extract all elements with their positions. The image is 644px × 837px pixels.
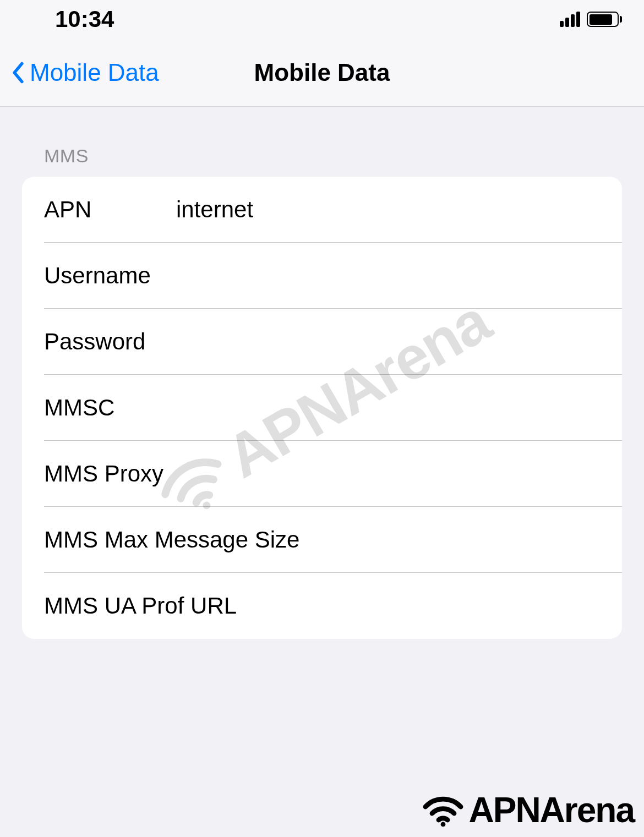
row-mms-max-message-size[interactable]: MMS Max Message Size: [22, 507, 622, 573]
label-password: Password: [44, 329, 176, 355]
wifi-icon: [421, 791, 465, 829]
navigation-bar: Mobile Data Mobile Data: [0, 39, 644, 107]
input-username[interactable]: [176, 262, 600, 289]
input-password[interactable]: [176, 329, 600, 355]
status-indicators: [560, 12, 622, 27]
label-mms-ua-prof-url: MMS UA Prof URL: [44, 593, 600, 619]
brand-text: APNArena: [468, 790, 634, 830]
chevron-left-icon: [11, 61, 25, 85]
label-apn: APN: [44, 196, 176, 223]
brand-footer: APNArena: [421, 790, 634, 830]
input-apn[interactable]: [176, 196, 600, 223]
row-username[interactable]: Username: [22, 243, 622, 309]
label-mms-proxy: MMS Proxy: [44, 461, 600, 487]
cellular-signal-icon: [560, 12, 580, 27]
input-mmsc[interactable]: [176, 395, 600, 421]
label-username: Username: [44, 262, 176, 289]
battery-icon: [587, 12, 622, 27]
label-mms-max-message-size: MMS Max Message Size: [44, 527, 600, 553]
row-mms-proxy[interactable]: MMS Proxy: [22, 441, 622, 507]
status-bar: 10:34: [0, 0, 644, 39]
page-title: Mobile Data: [254, 59, 390, 86]
settings-group-mms: APN Username Password MMSC MMS Proxy MMS…: [22, 177, 622, 639]
content-area: MMS APN Username Password MMSC MMS Proxy…: [0, 145, 644, 639]
label-mmsc: MMSC: [44, 395, 176, 421]
back-label: Mobile Data: [30, 59, 159, 86]
status-time: 10:34: [55, 6, 114, 32]
section-header-mms: MMS: [44, 145, 622, 167]
row-apn[interactable]: APN: [22, 177, 622, 243]
row-mmsc[interactable]: MMSC: [22, 375, 622, 441]
back-button[interactable]: Mobile Data: [11, 59, 159, 86]
row-password[interactable]: Password: [22, 309, 622, 375]
row-mms-ua-prof-url[interactable]: MMS UA Prof URL: [22, 573, 622, 639]
svg-point-1: [441, 822, 446, 827]
